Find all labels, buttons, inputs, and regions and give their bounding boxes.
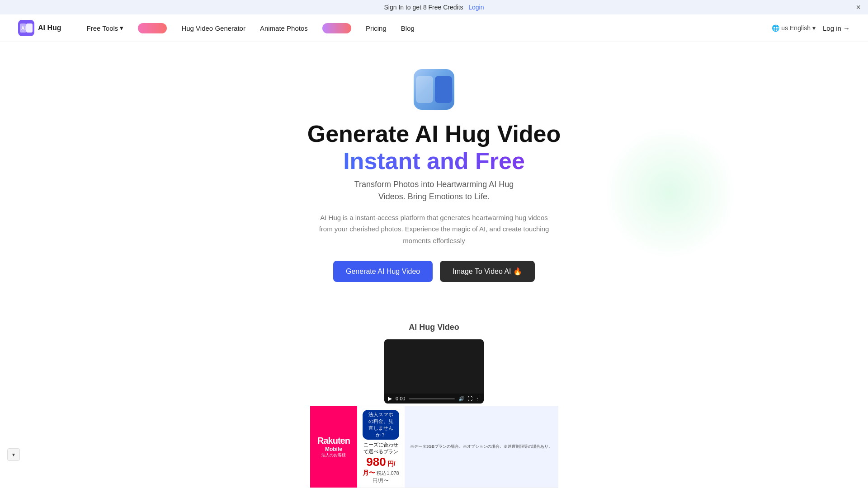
- hero-logo-right-panel: [435, 76, 452, 103]
- ad-banner: Rakuten Mobile 法人のお客様 法人スマホの料金、見直しませんか？ …: [310, 406, 558, 422]
- nav-badge-pink-item[interactable]: [131, 20, 174, 36]
- nav-purple-badge: [322, 23, 351, 33]
- video-player[interactable]: ▶ 0:00 🔊 ⛶ ⋮: [384, 339, 484, 404]
- nav-blog[interactable]: Blog: [394, 22, 422, 35]
- hero-logo: [414, 69, 454, 110]
- hero-buttons: Generate AI Hug Video Image To Video AI …: [9, 261, 859, 282]
- svg-text:AI: AI: [21, 26, 26, 31]
- logo-text: AI Hug: [38, 24, 61, 32]
- hero-logo-inner: [414, 69, 454, 110]
- hero-title-line2: Instant and Free: [343, 148, 525, 174]
- hero-logo-left-panel: [416, 76, 433, 103]
- fullscreen-icon[interactable]: ⛶: [467, 396, 472, 402]
- navbar: AI AI Hug Free Tools ▾ Hug Video Generat…: [0, 14, 868, 42]
- hero-description: AI Hug is a instant-access platform that…: [316, 212, 552, 247]
- ad-footnote: ※データ3GBプランの場合。※オプションの場合。※速度制限等の場合あり。: [405, 406, 558, 422]
- hero-title: Generate AI Hug Video Instant and Free: [9, 121, 859, 175]
- banner-text: Sign In to get 8 Free Credits: [384, 4, 463, 11]
- chevron-down-icon: ▾: [812, 24, 816, 32]
- video-label: AI Hug Video: [9, 323, 859, 332]
- ad-middle: 法人スマホの料金、見直しませんか？ ニーズに合わせて選べるプラン 980 円/月…: [357, 406, 405, 422]
- play-button[interactable]: ▶: [388, 395, 392, 402]
- logo-icon: AI: [18, 20, 34, 36]
- generate-hug-video-button[interactable]: Generate AI Hug Video: [333, 261, 433, 282]
- nav-free-tools[interactable]: Free Tools ▾: [80, 21, 131, 35]
- banner-close-button[interactable]: ×: [856, 3, 861, 11]
- lang-label: us English: [781, 24, 811, 32]
- globe-icon: 🌐: [772, 24, 779, 32]
- nav-pink-badge: [138, 23, 167, 33]
- more-options-icon[interactable]: ⋮: [475, 396, 480, 402]
- ad-brand-left: Rakuten Mobile 法人のお客様: [310, 406, 357, 422]
- nav-links: Free Tools ▾ Hug Video Generator Animate…: [80, 20, 772, 36]
- video-extra-controls: 🔊 ⛶ ⋮: [458, 396, 480, 402]
- svg-rect-2: [26, 23, 33, 33]
- video-progress-bar[interactable]: [409, 398, 455, 399]
- language-selector[interactable]: 🌐 us English ▾: [772, 24, 816, 32]
- login-button[interactable]: Log in →: [823, 24, 850, 32]
- volume-icon[interactable]: 🔊: [458, 396, 465, 402]
- nav-animate-photos[interactable]: Animate Photos: [253, 22, 315, 35]
- logo-area[interactable]: AI AI Hug: [18, 20, 61, 36]
- video-time: 0:00: [396, 396, 405, 401]
- nav-right: 🌐 us English ▾ Log in →: [772, 24, 850, 32]
- hero-section: Generate AI Hug Video Instant and Free T…: [0, 42, 868, 318]
- hero-title-line1: Generate AI Hug Video: [307, 121, 561, 147]
- ad-pill: 法人スマホの料金、見直しませんか？: [363, 410, 399, 422]
- nav-hug-video-generator[interactable]: Hug Video Generator: [174, 22, 252, 35]
- video-screen: [384, 339, 484, 394]
- top-banner: Sign In to get 8 Free Credits Login ×: [0, 0, 868, 14]
- image-to-video-button[interactable]: Image To Video AI 🔥: [440, 261, 535, 282]
- hero-subtitle: Transform Photos into Heartwarming AI Hu…: [9, 178, 859, 203]
- nav-pricing[interactable]: Pricing: [359, 22, 394, 35]
- banner-login-link[interactable]: Login: [468, 4, 484, 11]
- nav-badge-purple-item[interactable]: [315, 20, 359, 36]
- video-controls: ▶ 0:00 🔊 ⛶ ⋮: [384, 394, 484, 404]
